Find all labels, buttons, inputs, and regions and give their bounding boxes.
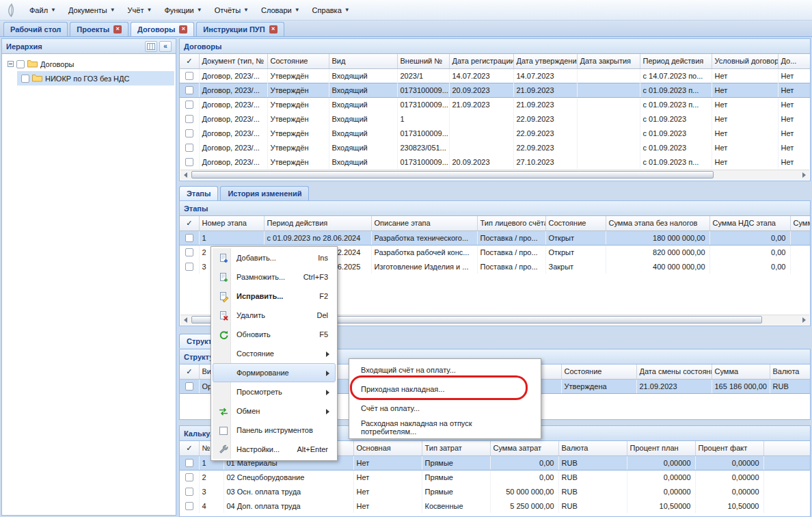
column-header[interactable] [763,441,811,455]
column-header[interactable]: Состояние [267,54,329,68]
row-checkbox[interactable] [185,158,193,166]
column-header[interactable]: Процент факт [695,441,763,455]
scroll-right-icon[interactable] [798,170,809,180]
table-row[interactable]: Договор, 2023/...УтверждёнВходящий017310… [180,97,811,111]
tab-pup-instructions[interactable]: Инструкции ПУП× [196,22,284,36]
column-header[interactable]: Тип лицевого счёта [477,216,545,230]
column-header[interactable]: Валюта [558,441,627,455]
tree-node-contracts[interactable]: Договоры [3,57,174,71]
column-header[interactable]: Процент план [627,441,695,455]
menubar-item-reports[interactable]: Отчёты▼ [208,3,255,17]
row-checkbox[interactable] [185,459,193,467]
column-header[interactable]: Состояние [545,216,606,230]
column-header[interactable]: Валюта [770,364,811,379]
select-all-column-header[interactable]: ✓ [180,54,199,68]
table-row[interactable]: 303 Осн. оплата трудаНетПрямые50 000 000… [180,484,811,499]
column-header[interactable]: Дата закрытия [577,54,640,68]
tab-projects[interactable]: Проекты× [70,22,128,36]
menu-item[interactable]: Панель инструментов [213,421,336,440]
row-checkbox[interactable] [185,382,193,390]
select-all-column-header[interactable]: ✓ [180,364,199,379]
column-header[interactable]: Сумма [712,364,770,379]
close-icon[interactable]: × [113,25,122,34]
menu-item[interactable]: Обмен [213,401,336,421]
row-checkbox[interactable] [185,502,193,510]
column-header[interactable]: Условный договор [712,54,778,68]
menu-item[interactable]: Исправить...F2 [213,287,336,306]
menu-item[interactable]: Просмотреть [213,382,336,401]
scroll-left-icon[interactable] [180,170,191,180]
row-checkbox[interactable] [185,129,193,137]
tree-checkbox[interactable] [16,60,25,68]
table-row[interactable]: Договор, 2023/...УтверждёнВходящий2023/1… [180,68,811,83]
column-header[interactable]: Сумма этапа без налогов [606,216,709,230]
tab-contracts[interactable]: Договоры× [131,22,194,36]
column-header[interactable]: Период действия [640,54,712,68]
menubar-item-file[interactable]: Файл▼ [23,3,62,17]
table-row[interactable]: 202 СпецоборудованиеНетПрямые0,00RUB0,00… [180,470,811,484]
collapse-expander-icon[interactable] [8,61,14,67]
close-icon[interactable]: × [269,25,278,34]
table-row[interactable]: Договор, 2023/...УтверждёнВходящий017310… [180,126,811,140]
table-row[interactable]: Договор, 2023/...УтверждёнВходящий230823… [180,140,811,155]
column-header[interactable]: Дата регистрации [449,54,513,68]
column-header[interactable]: Документ (тип, № [199,54,267,68]
tree-node-niokr[interactable]: НИОКР по ГОЗ без НДС [17,71,174,85]
menu-item[interactable]: Состояние [213,344,336,363]
column-header[interactable]: Основная [353,441,422,455]
submenu-item[interactable]: Счёт на оплату... [351,399,539,418]
row-checkbox[interactable] [185,234,193,242]
menubar-item-dictionaries[interactable]: Словари▼ [255,3,306,17]
column-header[interactable]: Дата смены состояния [636,364,712,379]
row-checkbox[interactable] [185,248,193,256]
close-icon[interactable]: × [179,25,187,34]
scroll-left-icon[interactable] [180,315,191,325]
row-checkbox[interactable] [185,86,193,94]
table-row[interactable]: Договор, 2023/...УтверждёнВходящий122.09… [180,111,811,126]
menubar-item-functions[interactable]: Функции▼ [158,3,208,17]
row-checkbox[interactable] [185,263,193,271]
column-header[interactable]: Сумма эта [790,216,811,230]
column-header[interactable]: Период действия [264,216,371,230]
table-row[interactable]: Договор, 2023/...УтверждёнВходящий017310… [180,83,811,97]
menubar-item-accounting[interactable]: Учёт▼ [122,3,159,17]
column-header[interactable]: Сумма затрат [490,441,558,455]
tab-desktop[interactable]: Рабочий стол [3,22,68,36]
table-row[interactable]: 404 Доп. оплата трудаНетКосвенные5 250 0… [180,499,811,513]
select-all-column-header[interactable]: ✓ [180,441,199,455]
row-checkbox[interactable] [185,72,193,80]
select-all-column-header[interactable]: ✓ [180,216,199,230]
menubar-item-help[interactable]: Справка▼ [306,3,356,17]
row-checkbox[interactable] [185,488,193,496]
submenu-item[interactable]: Входящий счёт на оплату... [351,360,539,380]
submenu-item[interactable]: Расходная накладная на отпуск потребител… [351,418,539,437]
column-header[interactable]: До... [778,54,811,68]
menubar-item-documents[interactable]: Документы▼ [62,3,122,17]
column-header[interactable]: Тип затрат [422,441,490,455]
collapse-panel-icon[interactable]: « [159,41,172,52]
menu-item[interactable]: ОбновитьF5 [213,325,336,344]
table-row[interactable]: Договор, 2023/...УтверждёнВходящий017310… [180,155,811,169]
column-header[interactable]: Дата утверждения [513,54,577,68]
menu-item[interactable]: Формирование [213,363,336,382]
tab-change-history[interactable]: История изменений [220,186,309,200]
tree-checkbox[interactable] [21,75,29,83]
row-checkbox[interactable] [185,115,193,123]
column-header[interactable]: Описание этапа [371,216,477,230]
row-checkbox[interactable] [185,101,193,109]
scrollbar-thumb[interactable] [191,171,714,178]
tab-stages[interactable]: Этапы [179,186,218,200]
horizontal-scrollbar[interactable] [180,170,809,180]
menu-item[interactable]: УдалитьDel [213,306,336,325]
table-row[interactable]: 1с 01.09.2023 по 28.06.2024Разработка те… [180,230,811,245]
column-header[interactable]: Состояние [561,364,636,379]
column-header[interactable]: Внешний № [397,54,449,68]
column-header[interactable]: Сумма НДС этапа [709,216,790,230]
submenu-item[interactable]: Приходная накладная... [351,380,539,399]
menu-item[interactable]: Размножить...Ctrl+F3 [213,267,336,287]
menu-item[interactable]: Добавить...Ins [213,248,336,267]
scroll-right-icon[interactable] [798,315,809,325]
column-header[interactable]: Номер этапа [199,216,264,230]
view-settings-icon[interactable] [145,41,157,52]
menu-item[interactable]: Настройки...Alt+Enter [213,440,336,459]
